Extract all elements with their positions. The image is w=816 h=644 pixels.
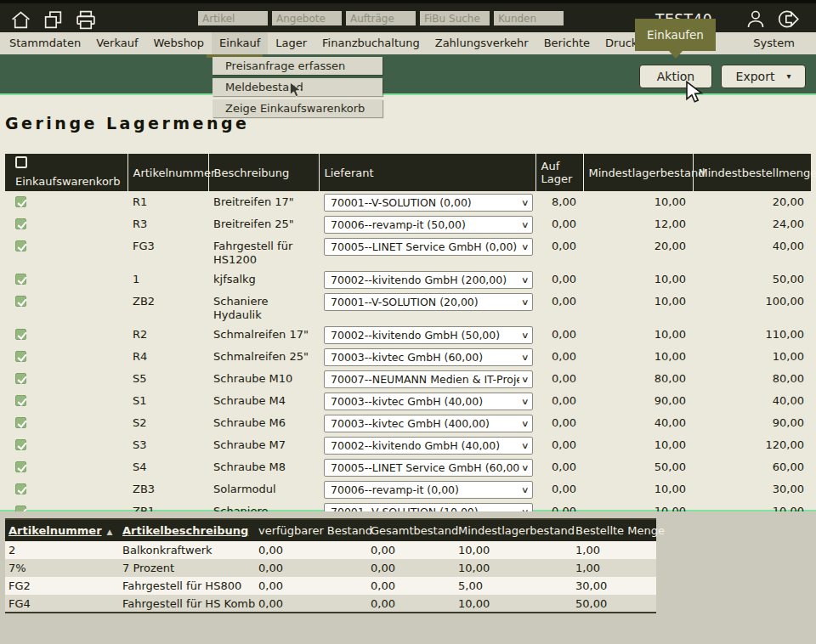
cart-checkbox-checked[interactable] [15,395,26,406]
chevron-down-icon: ∨ [521,240,530,254]
lieferant-select[interactable]: 70001--V-SOLUTION (0,00) ∨ [324,194,533,212]
menu-finanzbuchhaltung[interactable]: Finanzbuchaltung [314,32,428,54]
beschreibung-cell: Schaniere Hydaulik [208,291,319,324]
lieferant-select[interactable]: 70001--V-SOLUTION (20,00) ∨ [324,293,533,311]
cart-checkbox-checked[interactable] [15,296,26,307]
mindestlagerbestand-cell: 10,00 [583,268,693,291]
chevron-down-icon: ∨ [521,274,530,287]
artikelnummer-cell: FG3 [128,235,208,268]
mindestbestellmenge-cell: 40,00 [693,235,811,268]
bestellte-menge-cell: 30,00 [572,577,656,595]
mindestbestellmenge-cell: 100,00 [693,291,811,324]
menu-item-preisanfrage-erfassen[interactable]: Preisanfrage erfassen [212,57,382,75]
beschreibung-cell: Breitreifen 17" [208,191,319,213]
cart-checkbox-checked[interactable] [15,351,26,362]
chevron-down-icon: ∨ [521,439,530,453]
chevron-down-icon: ∨ [521,461,530,475]
menu-lager[interactable]: Lager [268,32,314,54]
cart-checkbox-checked[interactable] [15,196,26,207]
user-icon[interactable] [745,8,766,30]
menu-stammdaten[interactable]: Stammdaten [2,32,88,54]
mindestlagerbestand-cell: 90,00 [583,390,693,412]
header-lieferant: Lieferant [319,154,536,191]
mindestlagerbestand-cell: 50,00 [583,456,693,478]
cart-checkbox-checked[interactable] [15,329,26,340]
gesamtbestand-cell: 0,00 [367,559,455,577]
menu-berichte[interactable]: Berichte [536,32,598,54]
cart-checkbox-checked[interactable] [15,373,26,384]
menu-system[interactable]: System [745,32,802,54]
home-icon[interactable] [10,9,31,31]
artikelnummer-cell: ZB2 [128,291,208,324]
low-stock-row: ZB2 Schaniere Hydaulik 70001--V-SOLUTION… [5,291,811,324]
artikelnummer-cell: R4 [128,346,208,368]
menu-item-meldebestand[interactable]: Meldebestand [212,78,382,96]
lieferant-select-value: 70002--kivitendo GmbH (50,00) [331,329,519,342]
artikel-search-input[interactable] [198,11,268,25]
select-all-checkbox[interactable] [15,156,27,168]
lieferant-select[interactable]: 70003--kivtec GmbH (400,00) ∨ [324,415,533,432]
lieferant-select-value: 70006--revamp-it (50,00) [331,218,519,232]
lieferant-select[interactable]: 70006--revamp-it (50,00) ∨ [324,216,533,234]
lieferant-select[interactable]: 70003--kivtec GmbH (60,00) ∨ [324,348,533,366]
kunden-search-input[interactable] [494,11,564,25]
flag-pointer-triangle [669,51,683,59]
beschreibung-cell: Breitreifen 25" [208,213,319,235]
lieferant-select[interactable]: 70002--kivitendo GmbH (200,00) ∨ [324,271,533,289]
page-title: Geringe Lagermenge [5,114,816,133]
cart-checkbox-checked[interactable] [15,218,26,229]
lieferant-select[interactable]: 70002--kivitendo GmbH (50,00) ∨ [324,326,533,344]
ordered-row: 2 Balkonkraftwerk 0,00 0,00 10,00 1,00 [5,541,656,559]
copy-pages-icon[interactable] [42,9,64,31]
artikelnummer-cell: S1 [128,390,208,412]
mindestlagerbestand-cell: 10,00 [455,541,572,559]
menu-webshop[interactable]: Webshop [146,32,212,54]
gesamtbestand-cell: 0,00 [367,577,455,595]
auf-lager-cell: 0,00 [536,268,583,291]
beschreibung-cell: Schraube M6 [208,412,319,434]
logout-icon[interactable] [777,8,802,30]
beschreibung-cell: kjfsalkg [208,268,319,291]
auf-lager-cell: 0,00 [536,456,583,478]
lieferant-select-value: 70005--LINET Service GmbH (60,00) [331,461,519,475]
einkaufen-button[interactable]: Einkaufen [635,19,716,51]
header-sort-artikelnummer[interactable]: Artikelnummer▲ [5,519,119,541]
print-icon[interactable] [75,9,97,31]
low-stock-row: FG3 Fahrgestell für HS1200 70005--LINET … [5,235,811,268]
mindestbestellmenge-cell: 90,00 [693,412,811,434]
header-mindestbestellmenge: Mindestbestellmenge [693,154,811,191]
cart-checkbox-checked[interactable] [15,417,26,428]
lieferant-select[interactable]: 70005--LINET Service GmbH (0,00) ∨ [324,238,533,256]
lieferant-select[interactable]: 70005--LINET Service GmbH (60,00) ∨ [324,459,533,477]
fibu-search-input[interactable] [420,11,490,25]
auftraege-search-input[interactable] [346,11,416,25]
artikelbeschreibung-cell: Balkonkraftwerk [119,541,255,559]
cart-checkbox-checked[interactable] [15,274,26,285]
cart-checkbox-checked[interactable] [15,240,26,251]
menu-zahlungsverkehr[interactable]: Zahlungsverkehr [428,32,536,54]
export-button[interactable]: Export ▾ [721,65,806,88]
artikelbeschreibung-cell: Fahrgestell für HS Kombi [119,595,255,613]
gesamtbestand-cell: 0,00 [367,595,455,613]
mindestlagerbestand-cell: 10,00 [455,595,572,613]
mindestlagerbestand-cell: 10,00 [583,346,693,368]
app-window: TEST40 Stammdaten Verkauf Webshop Einkau… [0,0,816,644]
lieferant-select[interactable]: 70003--kivtec GmbH (40,00) ∨ [324,393,533,410]
cart-checkbox-checked[interactable] [15,483,26,494]
auf-lager-cell: 0,00 [536,235,583,268]
beschreibung-cell: Schraube M10 [208,368,319,390]
header-auf-lager: Auf Lager [536,154,583,191]
lieferant-select-value: 70003--kivtec GmbH (40,00) [331,395,519,409]
lieferant-select[interactable]: 70007--NEUMANN Medien & IT-Proje ∨ [324,370,533,388]
cart-checkbox-checked[interactable] [15,461,26,472]
angebote-search-input[interactable] [272,11,342,25]
aktion-button[interactable]: Aktion [639,65,712,88]
header-sort-artikelbeschreibung[interactable]: Artikelbeschreibung [119,519,255,541]
menu-einkauf[interactable]: Einkauf [212,32,268,54]
menu-verkauf[interactable]: Verkauf [88,32,145,54]
lieferant-select[interactable]: 70002--kivitendo GmbH (40,00) ∨ [324,437,533,455]
cart-checkbox-checked[interactable] [15,439,26,450]
verfuegbarer-bestand-cell: 0,00 [255,541,367,559]
menu-item-zeige-einkaufswarenkorb[interactable]: Zeige Einkaufswarenkorb [212,99,382,117]
lieferant-select[interactable]: 70006--revamp-it (0,00) ∨ [324,481,533,499]
